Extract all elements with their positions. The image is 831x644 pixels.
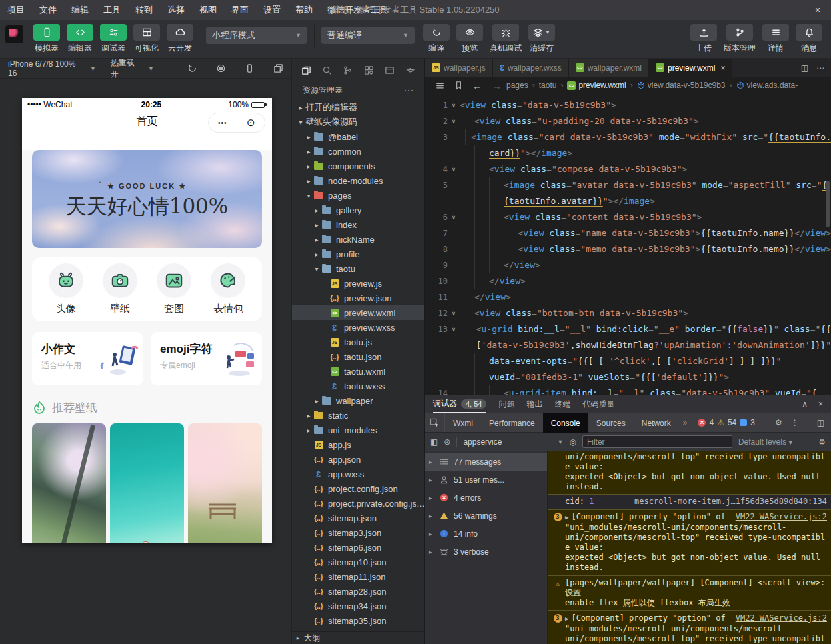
mode-select[interactable]: 小程序模式▼: [206, 27, 307, 44]
split-editor-icon[interactable]: ◫: [801, 63, 808, 73]
toolbar-button-消息[interactable]: 消息: [796, 24, 822, 54]
record-icon[interactable]: [216, 63, 226, 73]
menu-视图[interactable]: 视图: [192, 0, 224, 20]
tree-item-wallpaper[interactable]: ▸wallpaper: [292, 393, 424, 408]
windows-icon[interactable]: [273, 63, 283, 73]
toolbar-button-上传[interactable]: 上传: [690, 24, 717, 54]
close-button[interactable]: ×: [804, 0, 831, 20]
tree-item-preview.js[interactable]: JSpreview.js: [292, 276, 424, 291]
compile-select[interactable]: 普通编译▼: [321, 27, 415, 44]
tree-item-preview.wxss[interactable]: 3preview.wxss: [292, 320, 424, 335]
feature-套图[interactable]: 套图: [157, 263, 191, 315]
menu-工具[interactable]: 工具: [96, 0, 128, 20]
tree-item-sitemap11.json[interactable]: {..}sitemap11.json: [292, 569, 424, 584]
context-select[interactable]: appservice▼: [463, 437, 563, 447]
devtools-tab-Network[interactable]: Network: [634, 413, 679, 433]
feature-壁纸[interactable]: 壁纸: [103, 263, 137, 315]
debugger-tab-输出[interactable]: 输出: [526, 399, 542, 410]
minimize-button[interactable]: –: [751, 0, 778, 20]
source-link[interactable]: mescroll-more-item.j…1f56d3e5d89d840:134: [634, 497, 827, 507]
toolbar-button-预览[interactable]: 预览: [456, 24, 483, 54]
tree-item-壁纸头像源码[interactable]: ▾壁纸头像源码: [292, 115, 424, 129]
promo-card-emoji字符[interactable]: emoji字符专属emoji: [151, 332, 262, 385]
eye-icon[interactable]: ◎: [569, 437, 576, 447]
console-filter-51 user mes...[interactable]: ▸51 user mes...: [425, 471, 547, 489]
tree-item-pages[interactable]: ▾pages: [292, 188, 424, 203]
menu-选择[interactable]: 选择: [160, 0, 192, 20]
tree-item-taotu[interactable]: ▾taotu: [292, 261, 424, 276]
breadcrumb-pages[interactable]: pages: [506, 81, 528, 90]
fold-icon[interactable]: ∨: [448, 113, 460, 129]
tree-item-gallery[interactable]: ▸gallery: [292, 203, 424, 217]
menu-帮助[interactable]: 帮助: [288, 0, 320, 20]
fold-icon[interactable]: ∨: [448, 97, 460, 113]
fold-icon[interactable]: ∨: [448, 209, 460, 225]
console-filter-56 warnings[interactable]: ▸56 warnings: [425, 507, 547, 525]
tree-item-index[interactable]: ▸index: [292, 217, 424, 232]
log-levels-select[interactable]: Default levels ▾: [738, 437, 792, 447]
search-icon[interactable]: [322, 65, 332, 75]
tree-item-preview.wxml[interactable]: <>preview.wxml: [292, 305, 424, 320]
tree-item-sitemap3.json[interactable]: {..}sitemap3.json: [292, 525, 424, 540]
tab-preview.wxml[interactable]: <>preview.wxml×: [649, 59, 732, 77]
forest-wallpaper[interactable]: [32, 423, 106, 543]
tree-item-sitemap10.json[interactable]: {..}sitemap10.json: [292, 555, 424, 569]
debugger-tab-代码质量[interactable]: 代码质量: [582, 399, 614, 410]
promo-card-小作文[interactable]: 小作文适合中午用: [32, 332, 143, 385]
more-button[interactable]: •••: [209, 119, 237, 127]
refresh-icon[interactable]: [187, 63, 197, 73]
gear-icon[interactable]: ⚙: [775, 418, 782, 427]
hot-reload-select[interactable]: 热重载 开▼: [111, 57, 154, 80]
devtools-tab-Performance[interactable]: Performance: [481, 413, 543, 433]
toolbar-button-云开发[interactable]: 云开发: [167, 24, 193, 54]
nav-forward-icon[interactable]: →: [492, 80, 502, 91]
tree-item-app.json[interactable]: {..}app.json: [292, 452, 424, 467]
devtools-tab-Sources[interactable]: Sources: [588, 413, 634, 433]
tree-item-sitemap6.json[interactable]: {..}sitemap6.json: [292, 540, 424, 555]
breadcrumb-view.data-v-5b19c9b3[interactable]: view.data-v-5b19c9b3: [637, 81, 726, 90]
toolbar-button-可视化[interactable]: 可视化: [133, 24, 160, 54]
tree-item-sitemap34.json[interactable]: {..}sitemap34.json: [292, 599, 424, 613]
tree-item-uni_modules[interactable]: ▸uni_modules: [292, 423, 424, 437]
kebab-menu-icon[interactable]: ⋮: [791, 418, 799, 427]
fold-icon[interactable]: ∨: [448, 321, 460, 337]
expand-icon[interactable]: ▶: [565, 514, 568, 521]
tree-item-sitemap35.json[interactable]: {..}sitemap35.json: [292, 613, 424, 628]
close-icon[interactable]: ×: [720, 63, 725, 73]
console-filter-77 messages[interactable]: ▸77 messages: [425, 453, 547, 471]
breadcrumb-view.ads.data-[interactable]: view.ads.data-: [736, 81, 798, 90]
explorer-more-button[interactable]: ···: [404, 85, 414, 95]
console-filter-3 verbose[interactable]: ▸3 verbose: [425, 543, 547, 561]
toolbar-button-版本管理[interactable]: 版本管理: [724, 24, 756, 54]
tree-item-taotu.js[interactable]: JStaotu.js: [292, 335, 424, 349]
toolbar-button-真机调试[interactable]: 真机调试: [490, 24, 522, 54]
outline-section[interactable]: ▸ 大纲: [292, 631, 424, 644]
bookmark-icon[interactable]: [454, 81, 463, 90]
tree-item-sitemap.json[interactable]: {..}sitemap.json: [292, 511, 424, 525]
menu-项目[interactable]: 项目: [0, 0, 32, 20]
tree-item-@babel[interactable]: ▸@babel: [292, 129, 424, 144]
files-icon[interactable]: [301, 65, 311, 75]
tree-item-app.wxss[interactable]: 3app.wxss: [292, 467, 424, 481]
tree-item-components[interactable]: ▸components: [292, 159, 424, 173]
tab-wallpaper.wxss[interactable]: 3wallpaper.wxss: [493, 59, 569, 77]
tree-item-profile[interactable]: ▸profile: [292, 247, 424, 261]
nav-back-icon[interactable]: ←: [472, 80, 482, 91]
window-icon[interactable]: [385, 65, 395, 75]
toolbar-button-编译[interactable]: 编译: [423, 24, 450, 54]
code-area[interactable]: 1∨<view class="data-v-5b19c9b3">2∨<view …: [425, 94, 831, 395]
source-link[interactable]: VM22 WAService.js:2: [736, 613, 827, 623]
blocks-icon[interactable]: [364, 65, 374, 75]
collapse-panel-icon[interactable]: ∧: [802, 399, 808, 409]
expand-icon[interactable]: ▶: [565, 615, 568, 622]
menu-界面[interactable]: 界面: [224, 0, 256, 20]
debugger-tab-问题[interactable]: 问题: [498, 399, 514, 410]
menu-转到[interactable]: 转到: [128, 0, 160, 20]
toolbar-button-编辑器[interactable]: 编辑器: [67, 24, 93, 54]
fold-icon[interactable]: ∨: [448, 305, 460, 321]
tree-item-nickName[interactable]: ▸nickName: [292, 232, 424, 247]
editor-scrollbar[interactable]: [826, 181, 830, 227]
menu-文件[interactable]: 文件: [32, 0, 64, 20]
tree-item-node-modules[interactable]: ▸node-modules: [292, 173, 424, 188]
device-icon[interactable]: [245, 63, 255, 73]
